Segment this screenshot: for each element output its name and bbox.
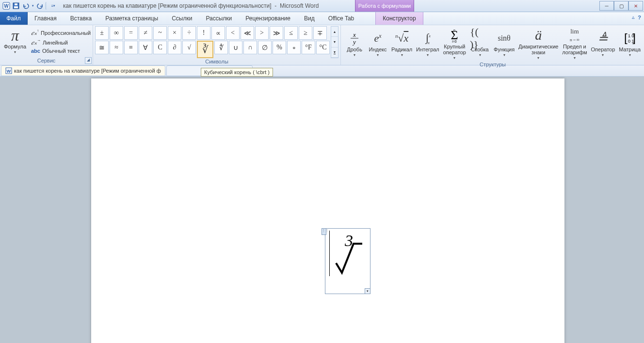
structure-icon: n√x <box>395 30 408 47</box>
structure-функция[interactable]: sinθФункция▾ <box>492 26 516 61</box>
tab-review[interactable]: Рецензирование <box>239 12 297 25</box>
undo-icon[interactable] <box>21 1 30 10</box>
structure-скобка[interactable]: {( )}Скобка▾ <box>468 26 492 61</box>
svg-rect-4 <box>15 3 17 5</box>
symbol-r2-10[interactable]: ∩ <box>243 41 257 54</box>
undo-caret[interactable]: ▾ <box>31 1 35 10</box>
svg-text:n: n <box>453 29 455 32</box>
structure-icon: []1 00 1 <box>623 30 637 47</box>
structure-предел и[interactable]: limn→∞Предел илогарифм▾ <box>560 26 589 61</box>
professional-item[interactable]: 𝑒ₓ↑ Профессиональный <box>31 29 91 37</box>
equation-dropdown[interactable]: ▾ <box>365 288 370 294</box>
equation-button[interactable]: π Формула ▾ <box>2 26 28 55</box>
structure-оператор[interactable]: ≜Оператор▾ <box>589 26 617 61</box>
symbol-r2-12[interactable]: % <box>273 41 286 54</box>
file-tab[interactable]: Файл <box>0 12 28 25</box>
tab-home[interactable]: Главная <box>28 12 64 25</box>
symbol-grid: ±∞=≠~×÷!∝<≪>≫≤≥∓ ≅≈≡∀C∂√∛∜∪∩∅%∘°F°C <box>95 26 330 58</box>
structure-матрица[interactable]: []1 00 1Матрица▾ <box>617 26 643 61</box>
structure-label: Радикал <box>391 47 412 52</box>
normal-text-item[interactable]: abc Обычный текст <box>31 48 91 54</box>
symbol-r2-9[interactable]: ∪ <box>229 41 242 54</box>
symbol-r2-6[interactable]: √ <box>182 41 196 54</box>
symbol-r2-1[interactable]: ≈ <box>110 41 123 54</box>
symbol-r2-4[interactable]: C <box>153 41 167 54</box>
symbol-r2-7[interactable]: ∛ <box>197 41 213 58</box>
symbol-r1-0[interactable]: ± <box>95 26 109 40</box>
chevron-down-icon: ▾ <box>574 56 576 60</box>
symbol-r2-2[interactable]: ≡ <box>124 41 138 54</box>
tab-references[interactable]: Ссылки <box>165 12 199 25</box>
symbol-r1-13[interactable]: ≤ <box>284 26 298 40</box>
structure-индекс[interactable]: exИндекс▾ <box>366 26 389 61</box>
tooltip-cbrt: Кубический корень ( \cbrt ) <box>201 68 273 77</box>
linear-item[interactable]: 𝑒ₓ→ Линейный <box>31 38 91 47</box>
structure-label: Крупныйоператор <box>443 44 466 55</box>
symbol-r2-5[interactable]: ∂ <box>168 41 181 54</box>
scroll-down-icon[interactable]: ▾ <box>331 37 338 47</box>
structure-label: Интеграл <box>416 47 439 52</box>
minimize-ribbon-icon[interactable]: ▵ <box>632 14 635 20</box>
svg-text:[: [ <box>624 31 628 44</box>
symbol-r1-15[interactable]: ∓ <box>313 26 327 40</box>
symbol-r1-11[interactable]: > <box>255 26 269 40</box>
symbol-r1-8[interactable]: ∝ <box>211 26 225 40</box>
help-icon[interactable]: ? <box>638 15 641 20</box>
symbol-r2-3[interactable]: ∀ <box>139 41 152 54</box>
close-button[interactable]: ✕ <box>628 1 643 11</box>
word-icon[interactable]: W <box>2 1 11 10</box>
symbol-r1-6[interactable]: ÷ <box>182 26 196 40</box>
symbol-r1-3[interactable]: ≠ <box>139 26 152 40</box>
tab-mailings[interactable]: Рассылки <box>199 12 239 25</box>
structure-icon: Σni=0 <box>447 27 462 44</box>
document-tab[interactable]: W как пишется корень на клавиатуре [Режи… <box>1 65 165 76</box>
redo-icon[interactable] <box>36 1 45 10</box>
equation-handle[interactable]: ⋮⋮ <box>322 228 326 235</box>
equation-content[interactable]: 3 <box>331 232 366 275</box>
structure-дробь[interactable]: xyДробь▾ <box>343 26 366 61</box>
structure-крупный[interactable]: Σni=0Крупныйоператор▾ <box>441 26 468 61</box>
save-icon[interactable] <box>12 1 20 10</box>
symbol-r1-5[interactable]: × <box>168 26 181 40</box>
structure-диакритические[interactable]: äДиакритическиезнаки▾ <box>516 26 560 61</box>
group-tools-launcher[interactable]: ◢ <box>85 57 92 64</box>
symbol-r1-10[interactable]: ≪ <box>241 26 254 40</box>
symbol-r2-11[interactable]: ∅ <box>258 41 272 54</box>
structure-icon: ä <box>535 27 542 44</box>
symbol-r1-1[interactable]: ∞ <box>110 26 123 40</box>
tab-office-tab[interactable]: Office Tab <box>322 12 361 25</box>
equation-frame[interactable]: ⋮⋮ 3 ▾ <box>325 228 370 294</box>
symbol-r1-4[interactable]: ~ <box>153 26 167 40</box>
scroll-up-icon[interactable]: ▴ <box>331 27 338 37</box>
symbol-r2-14[interactable]: °F <box>302 41 315 54</box>
maximize-button[interactable]: ▢ <box>614 1 628 11</box>
document-canvas[interactable]: ⋮⋮ 3 ▾ <box>0 77 644 343</box>
scroll-more-icon[interactable]: ▾̲ <box>331 47 338 58</box>
symbol-r2-13[interactable]: ∘ <box>287 41 301 54</box>
tab-page-layout[interactable]: Разметка страницы <box>98 12 165 25</box>
chevron-down-icon: ▾ <box>453 56 455 60</box>
symbol-r2-8[interactable]: ∜ <box>214 41 228 54</box>
symbol-r1-2[interactable]: = <box>124 26 138 40</box>
chevron-down-icon: ▾ <box>14 50 16 54</box>
symbol-r1-9[interactable]: < <box>226 26 240 40</box>
minimize-button[interactable]: ─ <box>599 1 614 11</box>
symbol-r2-0[interactable]: ≅ <box>95 41 109 54</box>
structure-радикал[interactable]: n√xРадикал▾ <box>389 26 414 61</box>
structure-label: Функция <box>494 47 515 52</box>
symbol-r1-14[interactable]: ≥ <box>299 26 312 40</box>
group-tools-label: Сервис <box>2 57 91 65</box>
doc-title: как пишется корень на клавиатуре [Режим … <box>63 2 272 9</box>
symbol-scroll[interactable]: ▴ ▾ ▾̲ <box>331 26 338 58</box>
symbol-r1-7[interactable]: ! <box>197 26 210 40</box>
symbol-r1-12[interactable]: ≫ <box>270 26 283 40</box>
symbol-r2-15[interactable]: °C <box>316 41 330 54</box>
tab-design[interactable]: Конструктор <box>375 12 423 25</box>
title-bar: W ▾ ≡▾ как пишется корень на клавиатуре … <box>0 0 644 12</box>
qat-customize-caret[interactable]: ≡▾ <box>49 1 58 10</box>
structure-интеграл[interactable]: ∫x-xИнтеграл▾ <box>414 26 441 61</box>
tab-insert[interactable]: Вставка <box>64 12 99 25</box>
quick-access-toolbar: W ▾ ≡▾ <box>0 1 60 10</box>
structure-label: Предел илогарифм <box>562 44 587 55</box>
tab-view[interactable]: Вид <box>297 12 322 25</box>
